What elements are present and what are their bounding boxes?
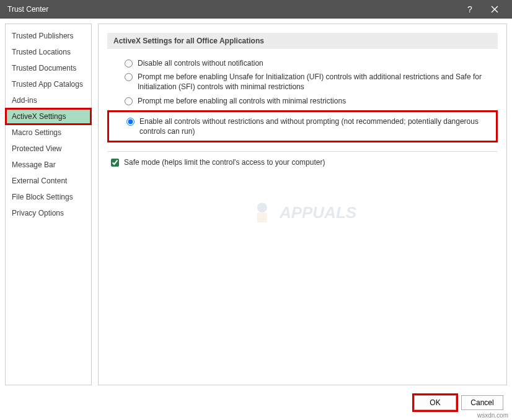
sidebar-item-macro-settings[interactable]: Macro Settings [6,125,91,141]
section-heading: ActiveX Settings for all Office Applicat… [107,33,498,49]
sidebar-item-add-ins[interactable]: Add-ins [6,92,91,108]
sidebar-item-external-content[interactable]: External Content [6,173,91,189]
sidebar-item-activex-settings[interactable]: ActiveX Settings [6,108,91,125]
radio-prompt-minimal-label: Prompt me before enabling all controls w… [138,96,346,106]
divider [107,151,498,152]
sidebar-item-trusted-locations[interactable]: Trusted Locations [6,44,91,60]
radio-disable-all-input[interactable] [125,59,133,68]
close-icon [491,6,498,13]
radio-enable-all-label: Enable all controls without restrictions… [139,116,495,136]
radio-disable-all[interactable]: Disable all controls without notificatio… [107,56,498,70]
safe-mode-row[interactable]: Safe mode (helps limit the control's acc… [107,158,498,167]
sidebar-item-privacy-options[interactable]: Privacy Options [6,205,91,221]
sidebar-item-message-bar[interactable]: Message Bar [6,157,91,173]
cancel-button[interactable]: Cancel [461,395,503,410]
svg-point-2 [257,203,267,212]
radio-prompt-minimal-input[interactable] [125,97,133,105]
source-tag: wsxdn.com [477,412,508,419]
watermark-text: APPUALS [280,203,356,222]
titlebar: Trust Center ? [0,0,512,19]
radio-disable-all-label: Disable all controls without notificatio… [138,58,263,68]
close-button[interactable] [482,0,507,19]
radio-prompt-ufi[interactable]: Prompt me before enabling Unsafe for Ini… [107,70,498,94]
window-title: Trust Center [5,5,457,14]
help-button[interactable]: ? [457,0,482,19]
safe-mode-label: Safe mode (helps limit the control's acc… [124,158,325,167]
dialog-body: Trusted Publishers Trusted Locations Tru… [0,19,512,390]
footer: OK Cancel [0,390,512,415]
radio-prompt-ufi-input[interactable] [125,73,133,81]
sidebar-item-file-block-settings[interactable]: File Block Settings [6,189,91,205]
sidebar-item-trusted-publishers[interactable]: Trusted Publishers [6,28,91,44]
svg-rect-3 [257,212,267,222]
safe-mode-checkbox[interactable] [111,159,119,167]
watermark-icon [249,199,276,226]
highlighted-option: Enable all controls without restrictions… [107,110,498,142]
sidebar-item-protected-view[interactable]: Protected View [6,141,91,157]
sidebar-item-trusted-documents[interactable]: Trusted Documents [6,60,91,76]
radio-prompt-minimal[interactable]: Prompt me before enabling all controls w… [107,94,498,108]
radio-prompt-ufi-label: Prompt me before enabling Unsafe for Ini… [138,72,498,92]
radio-enable-all-input[interactable] [126,118,135,126]
sidebar-item-trusted-app-catalogs[interactable]: Trusted App Catalogs [6,76,91,92]
sidebar: Trusted Publishers Trusted Locations Tru… [5,24,92,385]
ok-button[interactable]: OK [414,395,456,410]
radio-enable-all[interactable]: Enable all controls without restrictions… [109,115,495,138]
content-pane: ActiveX Settings for all Office Applicat… [98,24,507,385]
watermark: APPUALS [249,199,356,226]
